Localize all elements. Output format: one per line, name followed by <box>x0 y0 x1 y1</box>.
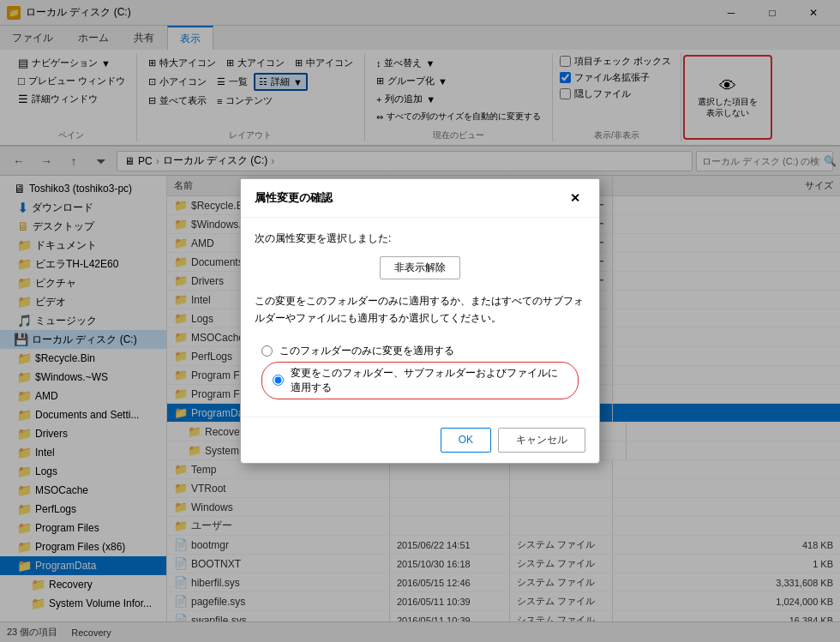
dialog-title-text: 属性変更の確認 <box>255 190 333 206</box>
dialog-radio-group: このフォルダーのみに変更を適用する 変更をこのフォルダー、サブフォルダーおよびフ… <box>255 337 585 403</box>
dialog-overlay: 属性変更の確認 ✕ 次の属性変更を選択しました: 非表示解除 この変更をこのフォ… <box>0 0 840 642</box>
dialog-close-button[interactable]: ✕ <box>565 188 585 208</box>
dialog: 属性変更の確認 ✕ 次の属性変更を選択しました: 非表示解除 この変更をこのフォ… <box>240 178 600 463</box>
radio-folder-only-input[interactable] <box>261 345 273 357</box>
radio-all-subfolders[interactable]: 変更をこのフォルダー、サブフォルダーおよびファイルに適用する <box>261 362 579 399</box>
unhide-button[interactable]: 非表示解除 <box>380 256 460 279</box>
cancel-button[interactable]: キャンセル <box>498 428 585 453</box>
radio-folder-only-label: このフォルダーのみに変更を適用する <box>279 344 454 358</box>
dialog-description: この変更をこのフォルダーのみに適用するか、またはすべてのサブフォルダーやファイル… <box>255 293 585 326</box>
dialog-body: 次の属性変更を選択しました: 非表示解除 この変更をこのフォルダーのみに適用する… <box>241 218 599 416</box>
dialog-titlebar: 属性変更の確認 ✕ <box>241 179 599 218</box>
radio-folder-only[interactable]: このフォルダーのみに変更を適用する <box>261 340 579 362</box>
radio-all-subfolders-label: 変更をこのフォルダー、サブフォルダーおよびファイルに適用する <box>291 366 567 395</box>
ok-button[interactable]: OK <box>441 428 491 453</box>
radio-all-subfolders-input[interactable] <box>273 375 284 386</box>
dialog-subtitle: 次の属性変更を選択しました: <box>255 231 585 246</box>
dialog-footer: OK キャンセル <box>241 417 599 463</box>
